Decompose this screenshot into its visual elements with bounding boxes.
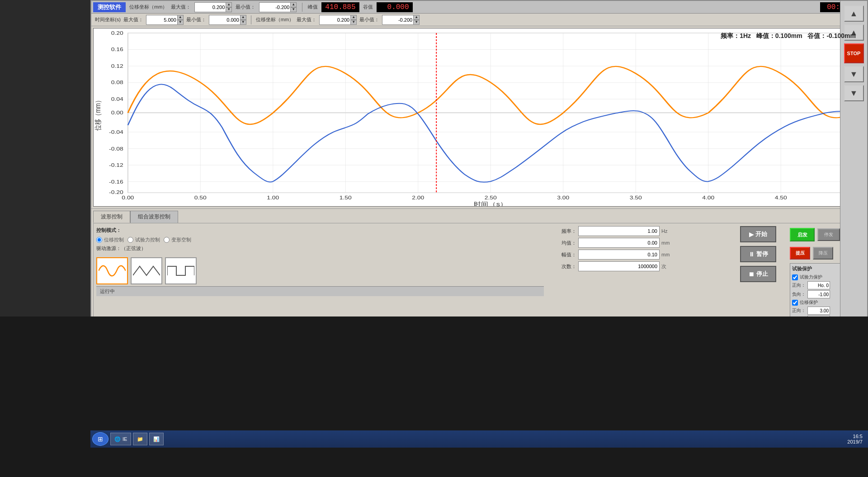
waveform-buttons [96,257,544,284]
neg-dir-label: 负向： [792,291,806,298]
stop-red-button[interactable]: STOP [844,43,864,63]
disp2-min-down[interactable]: ▼ [413,20,420,25]
disp2-max-down[interactable]: ▼ [350,20,357,25]
chart-container: 频率：1Hz 峰值：0.100mm 谷值：-0.100mm [93,28,865,207]
status-bar: 运行中 [96,286,544,296]
separator2 [251,15,251,24]
disp2-min-input[interactable] [382,15,414,25]
top-bar: 测控软件 位移坐标（mm） 最大值： ▲ ▼ 最小值： ▲ ▼ 峰值 410.8… [91,1,867,14]
peak-value-display: 410.885 [321,2,359,12]
folder-icon: 📁 [137,436,143,442]
radio-displacement[interactable]: 位移控制 [96,236,124,243]
status-text: 运行中 [100,288,115,295]
disp2-min-label: 最小值： [359,16,379,23]
tab-waveform-control[interactable]: 波形控制 [93,211,130,223]
svg-text:1.00: 1.00 [267,195,279,200]
time-max-label: 最大值： [123,16,143,23]
wave-btn-triangle[interactable] [131,257,162,284]
start-button[interactable]: ▶ 开始 [740,226,776,242]
cycles-input[interactable] [578,261,660,271]
disp-max-input[interactable] [194,2,226,12]
disp-max-up[interactable]: ▲ [226,2,232,7]
side-nav: ▲ ▲ STOP ▼ ▼ [840,1,867,326]
disp2-min-up[interactable]: ▲ [413,15,420,20]
disp-min-input[interactable] [259,2,291,12]
time-min-up[interactable]: ▲ [240,15,246,20]
valley-value-display: 0.000 [377,2,413,12]
left-camera-area [0,0,90,326]
radio-force[interactable]: 试验力控制 [127,236,160,243]
disp2-max-up[interactable]: ▲ [350,15,357,20]
control-panel: 控制模式： 位移控制 试验力控制 变形空制 驱动激源：（正弦波） [93,223,865,330]
svg-text:-0.16: -0.16 [109,179,123,185]
pos-dir-label: 正向： [792,282,806,288]
stop-label: 停止 [756,270,768,278]
wave-btn-square[interactable] [165,257,197,284]
source-label: 驱动激源：（正弦波） [96,245,544,252]
pos-force-input[interactable] [807,281,830,289]
radio-force-input[interactable] [127,237,133,243]
time-max-input-group: ▲ ▼ [146,15,184,25]
freq-unit: Hz [661,228,673,234]
time-max-input[interactable] [146,15,178,25]
time-min-spinner[interactable]: ▲ ▼ [240,15,246,25]
time-min-input[interactable] [209,15,241,25]
app-title: 测控软件 [93,2,126,12]
radio-force-label: 试验力控制 [135,236,160,243]
amp-input[interactable] [578,250,660,260]
force-prot-label: 试验力保护 [800,274,822,280]
time-min-down[interactable]: ▼ [240,20,246,25]
boost-button[interactable]: 提压 [790,247,810,260]
force-prot-checkbox[interactable] [792,274,798,280]
disp-prot-checkbox[interactable] [792,300,798,306]
disp-min-up[interactable]: ▲ [290,2,297,7]
svg-text:0.20: 0.20 [111,30,123,36]
nav-up-arrow[interactable]: ▲ [844,5,864,22]
freq-input[interactable] [578,226,660,236]
radio-strain[interactable]: 变形空制 [164,236,191,243]
disp2-min-spinner[interactable]: ▲ ▼ [413,15,420,25]
taskbar-clock: 16:5 2019/7 [847,434,866,444]
svg-text:4.00: 4.00 [702,195,714,200]
taskbar-folder-button[interactable]: 📁 [133,433,147,445]
nav-down-arrow[interactable]: ▼ [844,66,864,82]
time-max-spinner[interactable]: ▲ ▼ [177,15,184,25]
time-min-label: 最小值： [186,16,206,23]
chart-freq: 频率：1Hz [721,32,751,39]
peak-label: 峰值 [308,4,318,10]
disp-max-spinner[interactable]: ▲ ▼ [226,2,232,12]
disp-min-spinner[interactable]: ▲ ▼ [290,2,297,12]
time-max-up[interactable]: ▲ [177,15,184,20]
neg-force-input[interactable] [807,290,830,298]
disp-max-down[interactable]: ▼ [226,7,232,12]
disp-min-down[interactable]: ▼ [290,7,297,12]
chart-valley: 谷值：-0.100mm [807,32,856,39]
svg-text:0.08: 0.08 [111,80,123,85]
time-max-down[interactable]: ▼ [177,20,184,25]
disp-prot-label: 位移保护 [800,299,818,306]
disable-button[interactable]: 停发 [817,228,840,241]
wave-btn-sine[interactable] [96,257,128,284]
windows-start-button[interactable]: ⊞ [92,432,108,446]
pause-button[interactable]: ⏸ 暂停 [740,246,776,262]
pos-disp-input[interactable] [807,307,830,315]
disp2-max-input[interactable] [319,15,351,25]
radio-strain-input[interactable] [164,237,170,243]
taskbar-ie-button[interactable]: 🌐 IE [110,433,131,445]
clock-time: 16:5 [847,434,863,439]
disp2-max-spinner[interactable]: ▲ ▼ [350,15,357,25]
reduce-button[interactable]: 降压 [813,247,833,260]
start-label: 开始 [755,230,767,238]
tab-combined-waveform[interactable]: 组合波形控制 [130,211,178,223]
nav-down-arrow2[interactable]: ▼ [844,85,864,101]
taskbar: ⊞ 🌐 IE 📁 📊 16:5 2019/7 [90,430,868,448]
svg-text:1.50: 1.50 [340,195,352,200]
mean-input[interactable] [578,238,660,248]
enable-button[interactable]: 启发 [790,228,815,241]
svg-text:0.04: 0.04 [111,97,123,102]
taskbar-app-button[interactable]: 📊 [149,433,164,445]
radio-displacement-input[interactable] [96,237,102,243]
disp2-min-input-group: ▲ ▼ [382,15,420,25]
stop-button[interactable]: ⏹ 停止 [740,266,776,282]
svg-text:位移（mm）: 位移（mm） [94,97,102,131]
